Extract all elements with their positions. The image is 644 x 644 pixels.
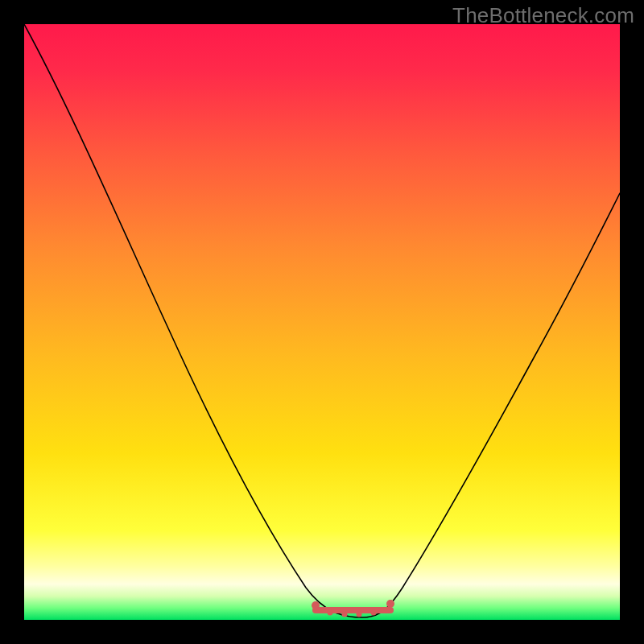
chart-svg (24, 24, 620, 620)
svg-point-4 (342, 612, 348, 617)
svg-point-3 (328, 610, 333, 616)
svg-point-5 (357, 612, 362, 617)
svg-point-1 (312, 601, 320, 609)
chart-plot-area (24, 24, 620, 620)
chart-frame: TheBottleneck.com (0, 0, 644, 644)
svg-point-6 (371, 610, 377, 616)
svg-point-2 (386, 600, 394, 608)
bottleneck-curve-path (24, 24, 620, 617)
highlight-region (312, 600, 394, 617)
